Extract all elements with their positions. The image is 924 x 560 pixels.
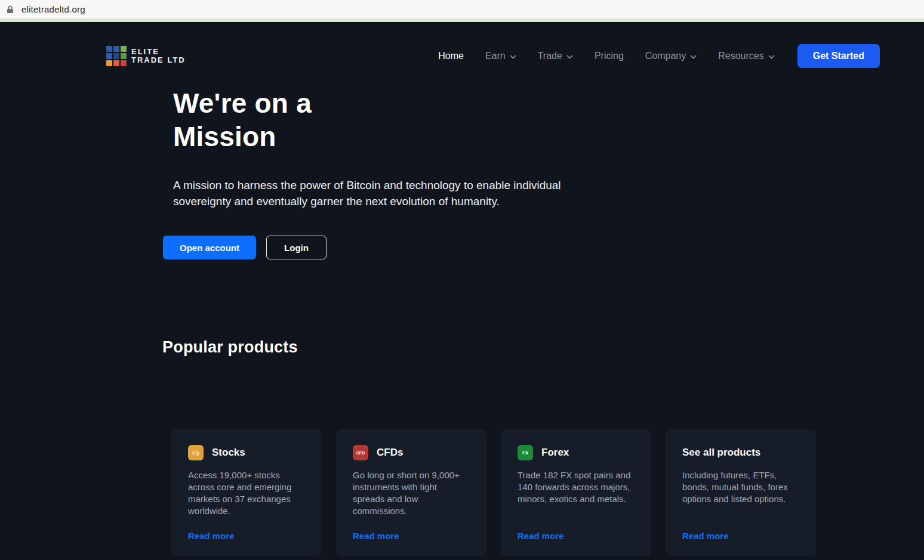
navbar: ELITE TRADE LTD Home Earn Trade: [0, 23, 924, 71]
product-description: Including futures, ETFs, bonds, mutual f…: [682, 469, 800, 505]
cfd-badge-icon: CFD: [353, 445, 368, 460]
read-more-link[interactable]: Read more: [518, 531, 636, 541]
read-more-link[interactable]: Read more: [682, 531, 800, 541]
chevron-down-icon: [566, 55, 573, 59]
product-card-see-all: See all products Including futures, ETFs…: [666, 429, 816, 556]
nav-item-company[interactable]: Company: [645, 51, 697, 61]
product-card-stocks: EQ Stocks Access 19,000+ stocks across c…: [171, 429, 322, 556]
read-more-link[interactable]: Read more: [188, 531, 306, 541]
browser-address-bar[interactable]: elitetradeltd.org: [0, 0, 924, 18]
page-load-strip: [0, 18, 924, 23]
product-cards: EQ Stocks Access 19,000+ stocks across c…: [171, 429, 924, 556]
nav-item-earn[interactable]: Earn: [485, 51, 516, 61]
product-title: Forex: [541, 447, 569, 459]
read-more-link[interactable]: Read more: [353, 531, 471, 541]
hero-actions: Open account Login: [163, 236, 924, 259]
get-started-button[interactable]: Get Started: [797, 44, 880, 68]
product-title: CFDs: [377, 447, 403, 459]
page-title: We're on a Mission: [173, 86, 924, 153]
product-card-forex: FX Forex Trade 182 FX spot pairs and 140…: [501, 429, 651, 556]
fx-badge-icon: FX: [518, 445, 533, 460]
open-account-button[interactable]: Open account: [163, 236, 256, 259]
product-description: Go long or short on 9,000+ instruments w…: [353, 469, 471, 517]
hero-subtitle: A mission to harness the power of Bitcoi…: [173, 177, 609, 209]
product-description: Access 19,000+ stocks across core and em…: [188, 469, 306, 517]
lock-icon[interactable]: [6, 5, 14, 14]
logo-grid-icon: [106, 46, 127, 66]
nav-item-resources[interactable]: Resources: [718, 51, 774, 61]
nav-item-trade[interactable]: Trade: [538, 51, 573, 61]
product-title: Stocks: [212, 447, 245, 459]
brand-name: ELITE TRADE LTD: [131, 48, 186, 64]
nav-menu: Home Earn Trade Pricing: [438, 51, 775, 61]
nav-item-pricing[interactable]: Pricing: [595, 51, 624, 61]
chevron-down-icon: [510, 55, 516, 59]
chevron-down-icon: [768, 55, 775, 59]
popular-products-section: Popular products EQ Stocks Access 19,000…: [0, 259, 924, 556]
product-card-cfds: CFD CFDs Go long or short on 9,000+ inst…: [336, 429, 486, 556]
page: ELITE TRADE LTD Home Earn Trade: [0, 23, 924, 559]
hero-section: We're on a Mission A mission to harness …: [0, 71, 924, 259]
product-description: Trade 182 FX spot pairs and 140 forwards…: [518, 469, 636, 505]
stocks-badge-icon: EQ: [188, 445, 204, 460]
chevron-down-icon: [690, 55, 697, 59]
product-title: See all products: [682, 447, 760, 459]
nav-right: Home Earn Trade Pricing: [438, 44, 880, 68]
url-text[interactable]: elitetradeltd.org: [21, 4, 85, 14]
nav-item-home[interactable]: Home: [438, 51, 464, 61]
login-button[interactable]: Login: [266, 236, 327, 259]
brand-logo[interactable]: ELITE TRADE LTD: [106, 46, 186, 66]
section-heading: Popular products: [162, 338, 924, 357]
